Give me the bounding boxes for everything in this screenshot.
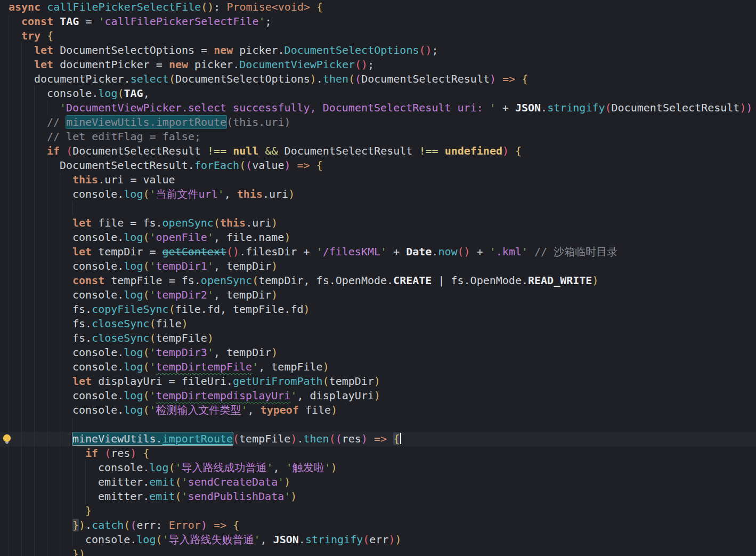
code-token: ) bbox=[207, 332, 214, 344]
code-line[interactable]: DocumentSelectResult.forEach((value) => … bbox=[0, 158, 756, 173]
code-token: ) bbox=[271, 260, 278, 272]
code-line[interactable]: documentPicker.select(DocumentSelectOpti… bbox=[0, 72, 756, 86]
code-line[interactable]: console.log('tempDirtempdisplayUri', dis… bbox=[0, 389, 756, 403]
indent-guide bbox=[60, 302, 60, 317]
code-line[interactable]: mineViewUtils.importRoute(tempFile).then… bbox=[0, 432, 756, 446]
code-line-text: console.log('导入路线失败普通', JSON.stringify(e… bbox=[85, 533, 402, 547]
code-line[interactable]: let displayUri = fileUri.getUriFromPath(… bbox=[0, 374, 756, 389]
code-token: ' bbox=[278, 476, 284, 488]
indent-guide bbox=[21, 345, 22, 360]
code-token: { bbox=[316, 1, 323, 13]
code-line[interactable]: 'DocumentViewPicker.select successfully,… bbox=[0, 101, 756, 115]
code-token: () bbox=[226, 245, 239, 258]
code-token: => bbox=[374, 432, 387, 445]
code-token: log bbox=[124, 188, 143, 200]
code-line[interactable]: }).catch((err: Error) => { bbox=[0, 518, 756, 533]
code-line[interactable]: fs.closeSync(file) bbox=[0, 317, 756, 331]
indent-guide bbox=[21, 504, 22, 518]
code-token: log bbox=[124, 231, 143, 244]
code-line[interactable]: // mineViewUtils.importRoute(this.uri) bbox=[0, 115, 756, 130]
code-token: .uri bbox=[246, 216, 271, 229]
code-line[interactable]: const TAG = 'callFilePickerSelectFile'; bbox=[0, 14, 756, 29]
code-line-text: emitter.emit('sendCreateData') bbox=[98, 475, 290, 489]
indent-guide bbox=[21, 58, 22, 72]
indent-guide bbox=[9, 504, 9, 518]
code-token: ) bbox=[490, 72, 496, 85]
indent-guide bbox=[47, 158, 47, 173]
code-line[interactable]: const tempFile = fs.openSync(tempDir, fs… bbox=[0, 273, 756, 288]
code-token: console. bbox=[72, 288, 124, 301]
code-token: , file.name bbox=[214, 231, 284, 244]
indent-guide bbox=[9, 331, 9, 345]
indent-guide bbox=[34, 245, 35, 259]
code-token: ( bbox=[214, 216, 220, 229]
indent-guide bbox=[34, 461, 35, 475]
occurrence-highlight: mineViewUtils.importRoute bbox=[72, 432, 233, 445]
code-line[interactable]: console.log('tempDirtempFile', tempFile) bbox=[0, 360, 756, 374]
indent-guide bbox=[60, 259, 60, 273]
indent-guide bbox=[21, 187, 22, 202]
code-line[interactable]: console.log('tempDir1', tempDir) bbox=[0, 259, 756, 273]
indent-guide bbox=[47, 403, 47, 417]
code-line[interactable]: this.uri = value bbox=[0, 173, 756, 187]
code-line[interactable]: emitter.emit('sendCreateData') bbox=[0, 475, 756, 489]
code-token: ; bbox=[432, 44, 438, 57]
indent-guide bbox=[21, 489, 22, 504]
code-line[interactable]: try { bbox=[0, 29, 756, 43]
indent-guide bbox=[21, 273, 22, 288]
code-line[interactable]: } bbox=[0, 504, 756, 518]
code-line[interactable]: console.log('tempDir3', tempDir) bbox=[0, 345, 756, 360]
code-token: TAG bbox=[60, 15, 79, 28]
indent-guide bbox=[34, 360, 35, 374]
code-token: DocumentSelectResult bbox=[278, 144, 419, 157]
code-line[interactable]: console.log(TAG, bbox=[0, 86, 756, 101]
code-line[interactable]: let file = fs.openSync(this.uri) bbox=[0, 216, 756, 230]
code-line[interactable] bbox=[0, 417, 756, 432]
code-token: console. bbox=[72, 346, 124, 359]
code-token: !== bbox=[419, 144, 438, 157]
code-token: , bbox=[224, 188, 237, 200]
code-line[interactable]: console.log('导入路线失败普通', JSON.stringify(e… bbox=[0, 533, 756, 547]
code-token: const bbox=[21, 15, 53, 28]
code-line[interactable]: fs.copyFileSync(file.fd, tempFile.fd) bbox=[0, 302, 756, 317]
code-line[interactable]: emitter.emit('sendPublishData') bbox=[0, 489, 756, 504]
code-line[interactable]: fs.closeSync(tempFile) bbox=[0, 331, 756, 345]
code-line[interactable] bbox=[0, 202, 756, 216]
code-token: emit bbox=[149, 490, 175, 503]
code-token: !== bbox=[207, 144, 226, 157]
code-token: ( bbox=[143, 404, 149, 416]
code-line-text: if (res) { bbox=[85, 446, 149, 461]
code-line[interactable]: if (res) { bbox=[0, 446, 756, 461]
indent-guide bbox=[21, 144, 22, 158]
code-line[interactable]: console.log('导入路线成功普通', '触发啦') bbox=[0, 461, 756, 475]
code-token: log bbox=[124, 404, 143, 416]
code-line[interactable]: console.log('当前文件url', this.uri) bbox=[0, 187, 756, 202]
code-token: , tempDir bbox=[214, 260, 271, 272]
quick-fix-lightbulb-icon[interactable] bbox=[2, 434, 12, 445]
code-token: /filesKML bbox=[323, 245, 380, 258]
code-line[interactable]: }) bbox=[0, 547, 756, 556]
code-token: openSync bbox=[201, 274, 252, 287]
code-editor[interactable]: async callFilePickerSelectFile(): Promis… bbox=[0, 0, 756, 556]
code-token: ( bbox=[66, 144, 72, 157]
code-line[interactable]: let DocumentSelectOptions = new picker.D… bbox=[0, 43, 756, 58]
code-token: ) bbox=[746, 101, 752, 114]
code-line[interactable]: console.log('检测输入文件类型', typeof file) bbox=[0, 403, 756, 417]
code-token: ' bbox=[522, 245, 528, 258]
code-line[interactable]: console.log('tempDir2', tempDir) bbox=[0, 288, 756, 302]
code-line[interactable]: async callFilePickerSelectFile(): Promis… bbox=[0, 0, 756, 14]
code-line[interactable]: console.log('openFile', file.name) bbox=[0, 230, 756, 245]
indent-guide bbox=[21, 360, 22, 374]
code-line-text: let file = fs.openSync(this.uri) bbox=[72, 216, 278, 230]
code-line[interactable]: let documentPicker = new picker.Document… bbox=[0, 58, 756, 72]
code-token: ) bbox=[79, 519, 85, 531]
code-line[interactable]: let tempDir = getContext().filesDir + '/… bbox=[0, 245, 756, 259]
code-line[interactable]: if (DocumentSelectResult !== null && Doc… bbox=[0, 144, 756, 158]
code-token: tempDir, fs.OpenMode. bbox=[258, 274, 393, 287]
code-token: ( bbox=[323, 375, 329, 388]
code-line[interactable]: // let editFlag = false; bbox=[0, 130, 756, 144]
indent-guide bbox=[47, 273, 47, 288]
code-token: , tempDir bbox=[214, 288, 271, 301]
indent-guide bbox=[21, 101, 22, 115]
code-token: ( bbox=[143, 360, 149, 373]
